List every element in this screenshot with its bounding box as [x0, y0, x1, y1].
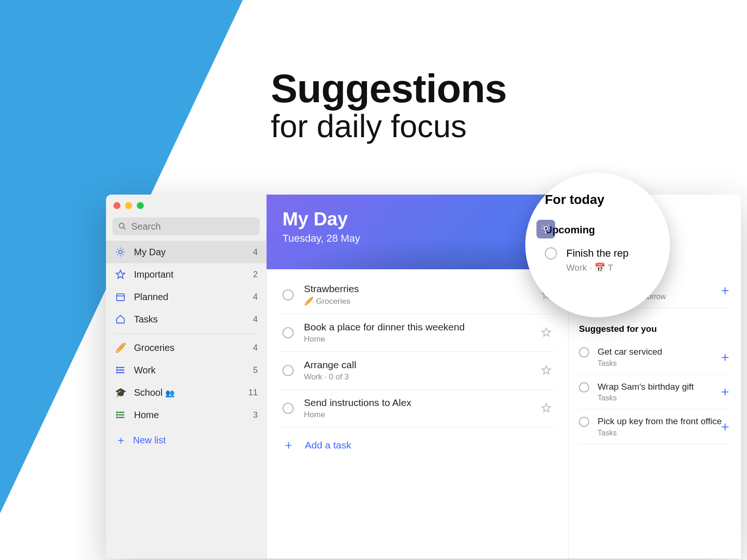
task-sublabel: Home: [304, 335, 541, 344]
suggestion-row[interactable]: Wrap Sam's birthday gift Tasks ＋: [579, 375, 731, 410]
task-checkbox[interactable]: [282, 289, 294, 301]
sidebar-item-label: My Day: [134, 247, 253, 258]
task-checkbox[interactable]: [579, 347, 589, 357]
sidebar-item-my-day[interactable]: My Day 4: [106, 241, 266, 263]
window-controls: [106, 199, 266, 216]
page-title: My Day: [282, 209, 552, 230]
star-icon[interactable]: [541, 365, 552, 376]
sidebar-item-count: 3: [253, 410, 258, 420]
plus-icon[interactable]: ＋: [719, 281, 732, 299]
suggestion-row[interactable]: Pick up key from the front office Tasks …: [579, 409, 731, 444]
svg-point-17: [117, 367, 118, 368]
svg-point-26: [544, 227, 547, 230]
svg-line-1: [124, 228, 126, 230]
task-checkbox[interactable]: [579, 382, 589, 392]
svg-line-31: [543, 225, 543, 225]
suggestions-button[interactable]: [536, 220, 555, 238]
svg-line-9: [117, 254, 118, 255]
task-checkbox: [545, 247, 557, 259]
sidebar-item-count: 4: [253, 343, 258, 353]
smart-lists: My Day 4 Important 2 Planned 4: [106, 241, 266, 426]
sidebar-item-count: 4: [253, 315, 258, 324]
sidebar-item-planned[interactable]: Planned 4: [106, 286, 266, 308]
task-list: Strawberries 🥖 Groceries Book a place fo…: [267, 269, 568, 462]
svg-marker-36: [542, 404, 550, 412]
sidebar-item-school[interactable]: 🎓 School 👥 11: [106, 381, 266, 404]
suggestion-sublabel: Tasks: [598, 429, 731, 437]
svg-line-32: [549, 225, 549, 225]
svg-line-10: [123, 249, 123, 249]
task-row[interactable]: Send instructions to Alex Home: [280, 390, 555, 427]
task-sublabel: Home: [304, 410, 541, 420]
task-row[interactable]: Book a place for dinner this weekend Hom…: [280, 314, 555, 352]
star-icon[interactable]: [541, 403, 552, 414]
plus-icon[interactable]: ＋: [719, 418, 732, 435]
search-input[interactable]: [131, 221, 254, 232]
svg-point-2: [119, 250, 122, 253]
suggestion-title: Get car serviced: [598, 346, 731, 357]
sidebar-item-groceries[interactable]: 🥖 Groceries 4: [106, 336, 266, 359]
close-icon[interactable]: [113, 202, 120, 209]
suggestion-sublabel: Tasks: [598, 394, 731, 402]
plus-icon: ＋: [282, 437, 295, 453]
shared-icon: 👥: [165, 389, 175, 397]
task-title: Arrange call: [304, 359, 541, 371]
star-icon[interactable]: [541, 327, 552, 338]
svg-line-8: [123, 254, 123, 255]
task-checkbox[interactable]: [282, 365, 294, 376]
suggestion-row[interactable]: Get car serviced Tasks ＋: [579, 340, 731, 375]
hero-title: Suggestions: [271, 65, 507, 112]
new-list-button[interactable]: ＋ New list: [106, 426, 266, 454]
hero-text: Suggestions for daily focus: [271, 65, 507, 144]
star-icon: [114, 268, 127, 280]
task-checkbox[interactable]: [282, 403, 294, 414]
magnified-suggestions: For today Upcoming Finish the rep Work ·…: [525, 173, 670, 317]
suggestion-title: Wrap Sam's birthday gift: [598, 381, 731, 392]
svg-marker-34: [542, 328, 550, 336]
sidebar-item-label: Work: [134, 365, 253, 376]
task-title: Book a place for dinner this weekend: [304, 322, 541, 333]
bubble-title: For today: [545, 192, 656, 207]
add-task-button[interactable]: ＋ Add a task: [280, 427, 555, 462]
suggestion-title: Pick up key from the front office: [598, 416, 731, 427]
bubble-item-title: Finish the rep: [566, 247, 628, 259]
task-sublabel: 🥖 Groceries: [304, 296, 541, 306]
fullscreen-icon[interactable]: [137, 202, 144, 209]
task-row[interactable]: Arrange call Work · 0 of 3: [280, 352, 555, 390]
hero-subtitle: for daily focus: [271, 108, 507, 144]
sun-icon: [114, 246, 127, 258]
sidebar-item-label: School 👥: [134, 387, 248, 398]
sidebar-item-label: Planned: [134, 292, 253, 302]
task-checkbox[interactable]: [282, 327, 294, 338]
sidebar-item-count: 2: [253, 270, 258, 280]
calendar-icon: [114, 291, 127, 303]
bubble-item-sub: Work · 📅 T: [566, 262, 628, 273]
sidebar-item-home[interactable]: Home 3: [106, 404, 266, 426]
svg-point-24: [117, 414, 118, 415]
sidebar-item-work[interactable]: Work 5: [106, 359, 266, 381]
main-area: My Day Tuesday, 28 May Strawberries 🥖 Gr…: [267, 195, 568, 559]
minimize-icon[interactable]: [125, 202, 132, 209]
sidebar-item-count: 4: [253, 247, 258, 257]
task-checkbox[interactable]: [579, 417, 589, 427]
svg-rect-12: [117, 294, 125, 301]
sidebar-divider: [113, 333, 259, 334]
add-task-label: Add a task: [305, 440, 351, 451]
plus-icon[interactable]: ＋: [719, 383, 732, 400]
sidebar-item-tasks[interactable]: Tasks 4: [106, 308, 266, 330]
plus-icon: ＋: [115, 433, 127, 448]
sidebar: My Day 4 Important 2 Planned 4: [106, 195, 267, 559]
sidebar-item-count: 5: [253, 365, 258, 375]
search-field[interactable]: [113, 217, 260, 235]
svg-marker-35: [542, 366, 550, 374]
page-date: Tuesday, 28 May: [282, 232, 552, 245]
suggested-heading: Suggested for you: [579, 324, 731, 334]
task-sublabel: Work · 0 of 3: [304, 372, 541, 382]
sidebar-item-important[interactable]: Important 2: [106, 263, 266, 286]
plus-icon[interactable]: ＋: [719, 348, 732, 366]
task-row[interactable]: Strawberries 🥖 Groceries: [280, 276, 555, 314]
graduation-emoji-icon: 🎓: [114, 386, 127, 399]
home-icon: [114, 313, 127, 325]
sidebar-item-count: 4: [253, 292, 258, 302]
sidebar-item-label: Important: [134, 269, 253, 280]
